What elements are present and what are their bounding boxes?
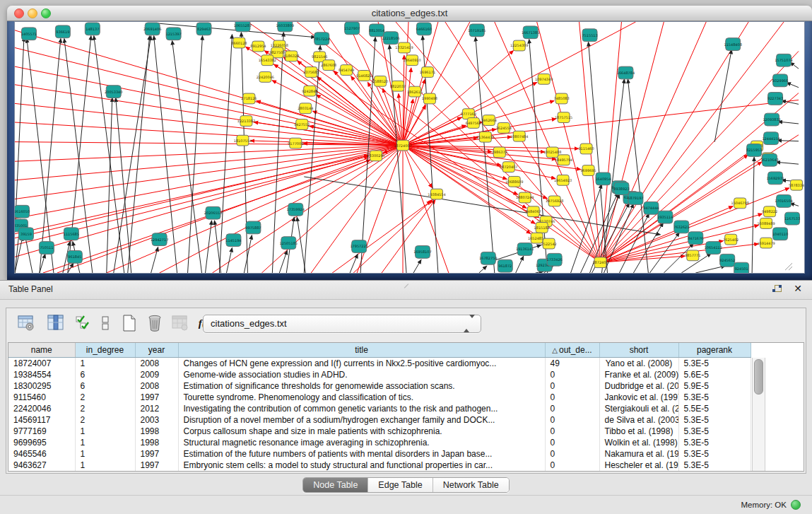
table-cell[interactable]: Changes of HCN gene expression and I(f) … bbox=[178, 358, 545, 370]
table-cell[interactable]: 0 bbox=[545, 426, 599, 437]
column-header-short[interactable]: short bbox=[599, 343, 678, 358]
panel-resize-grip[interactable] bbox=[404, 284, 409, 289]
table-cell[interactable]: 9463627 bbox=[8, 460, 75, 471]
table-cell[interactable]: 1 bbox=[75, 448, 135, 460]
table-cell[interactable]: 1997 bbox=[135, 460, 178, 471]
network-canvas[interactable]: 1872400718724001830029519384554866012889… bbox=[14, 21, 805, 274]
table-cell[interactable]: Hescheler et al. (1997) bbox=[599, 460, 678, 471]
table-cell[interactable]: Embryonic stem cells: a model to study s… bbox=[178, 460, 545, 471]
citation-network-graph[interactable]: 1872400718724001830029519384554866012889… bbox=[15, 22, 804, 273]
tab-network-table[interactable]: Network Table bbox=[433, 478, 509, 492]
table-cell[interactable]: 22420046 bbox=[8, 403, 75, 414]
table-cell[interactable]: 1 bbox=[75, 358, 135, 370]
delete-table-icon[interactable] bbox=[145, 313, 165, 333]
close-panel-icon[interactable]: ✕ bbox=[794, 283, 802, 294]
table-row[interactable]: 2242004622012Investigating the contribut… bbox=[8, 403, 751, 414]
table-cell[interactable]: Estimation of significance thresholds fo… bbox=[178, 380, 545, 392]
table-cell[interactable]: Yano et al. (2008) bbox=[599, 358, 678, 370]
table-vertical-scrollbar[interactable] bbox=[752, 358, 765, 471]
table-cell[interactable]: 1998 bbox=[135, 437, 178, 448]
table-cell[interactable]: 0 bbox=[545, 403, 599, 414]
table-cell[interactable]: 0 bbox=[545, 392, 599, 403]
table-cell[interactable]: 2008 bbox=[135, 358, 178, 370]
memory-ok-icon[interactable] bbox=[791, 500, 801, 510]
table-cell[interactable]: 5.6E-5 bbox=[678, 369, 751, 380]
table-cell[interactable]: Disruption of a novel member of a sodium… bbox=[178, 414, 545, 426]
table-cell[interactable]: Stergiakouli et al. (2012) bbox=[599, 403, 678, 414]
table-cell[interactable]: 0 bbox=[545, 437, 599, 448]
table-cell[interactable]: 0 bbox=[545, 369, 599, 380]
column-header-title[interactable]: title bbox=[178, 343, 545, 358]
table-row[interactable]: 1872400712008Changes of HCN gene express… bbox=[8, 358, 751, 370]
table-cell[interactable]: 14569117 bbox=[8, 414, 75, 426]
table-row[interactable]: 911546021997Tourette syndrome. Phenomeno… bbox=[8, 392, 751, 403]
table-row[interactable]: 969969511998Structural magnetic resonanc… bbox=[8, 437, 751, 448]
tab-node-table[interactable]: Node Table bbox=[303, 478, 368, 492]
select-column-icon[interactable] bbox=[46, 313, 66, 333]
row-height-icon[interactable] bbox=[95, 313, 115, 333]
table-cell[interactable]: 9777169 bbox=[8, 426, 75, 437]
table-cell[interactable]: 2 bbox=[75, 392, 135, 403]
table-cell[interactable]: Nakamura et al. (1997) bbox=[599, 448, 678, 460]
table-row[interactable]: 1830029562008Estimation of significance … bbox=[8, 380, 751, 392]
table-row[interactable]: 977716911998Corpus callosum shape and si… bbox=[8, 426, 751, 437]
column-header-in-degree[interactable]: in_degree bbox=[75, 343, 135, 358]
table-cell[interactable]: 9465546 bbox=[8, 448, 75, 460]
table-cell[interactable]: 9699695 bbox=[8, 437, 75, 448]
table-cell[interactable]: 0 bbox=[545, 448, 599, 460]
table-row[interactable]: 946362711997Embryonic stem cells: a mode… bbox=[8, 460, 751, 471]
table-selector-dropdown[interactable]: citations_edges.txt bbox=[203, 315, 481, 333]
table-cell[interactable]: Jankovic et al. (1997) bbox=[599, 392, 678, 403]
table-cell[interactable]: 2003 bbox=[135, 414, 178, 426]
table-cell[interactable]: 0 bbox=[545, 414, 599, 426]
table-cell[interactable]: 6 bbox=[75, 369, 135, 380]
table-cell[interactable]: 1997 bbox=[135, 448, 178, 460]
table-cell[interactable]: Wolkin et al. (1998) bbox=[599, 437, 678, 448]
table-cell[interactable]: 2009 bbox=[135, 369, 178, 380]
table-cell[interactable]: de Silva et al. (2003) bbox=[599, 414, 678, 426]
table-cell[interactable]: 5.3E-5 bbox=[678, 414, 751, 426]
table-cell[interactable]: 5.3E-5 bbox=[678, 392, 751, 403]
table-cell[interactable]: Structural magnetic resonance image aver… bbox=[178, 437, 545, 448]
table-cell[interactable]: 6 bbox=[75, 380, 135, 392]
scrollbar-thumb[interactable] bbox=[754, 359, 763, 395]
table-cell[interactable]: 2 bbox=[75, 403, 135, 414]
table-cell[interactable]: 5.3E-5 bbox=[678, 358, 751, 370]
column-header-pagerank[interactable]: pagerank bbox=[678, 343, 751, 358]
tab-edge-table[interactable]: Edge Table bbox=[368, 478, 433, 492]
table-cell[interactable]: 5.9E-5 bbox=[678, 380, 751, 392]
table-cell[interactable]: Investigating the contribution of common… bbox=[178, 403, 545, 414]
table-cell[interactable]: 2008 bbox=[135, 380, 178, 392]
column-header-out-degree[interactable]: △out_de... bbox=[545, 343, 599, 358]
table-cell[interactable]: 5.5E-5 bbox=[678, 403, 751, 414]
table-cell[interactable]: 0 bbox=[545, 380, 599, 392]
table-cell[interactable]: 1997 bbox=[135, 392, 178, 403]
table-cell[interactable]: Dudbridge et al. (2008) bbox=[599, 380, 678, 392]
table-cell[interactable]: 0 bbox=[545, 460, 599, 471]
window-titlebar[interactable]: citations_edges.txt bbox=[7, 6, 812, 21]
table-cell[interactable]: 1 bbox=[75, 437, 135, 448]
table-cell[interactable]: Genome-wide association studies in ADHD. bbox=[178, 369, 545, 380]
new-table-icon[interactable] bbox=[119, 313, 139, 333]
table-row[interactable]: 1456911722003Disruption of a novel membe… bbox=[8, 414, 751, 426]
table-row[interactable]: 946554611997Estimation of the future num… bbox=[8, 448, 751, 460]
table-cell[interactable]: Tourette syndrome. Phenomenology and cla… bbox=[178, 392, 545, 403]
table-cell[interactable]: 49 bbox=[545, 358, 599, 370]
table-cell[interactable]: 1 bbox=[75, 460, 135, 471]
table-cell[interactable]: 19384554 bbox=[8, 369, 75, 380]
table-cell[interactable]: Franke et al. (2009) bbox=[599, 369, 678, 380]
table-cell[interactable]: 5.3E-5 bbox=[678, 460, 751, 471]
table-cell[interactable]: 18724007 bbox=[8, 358, 75, 370]
table-cell[interactable]: Estimation of the future numbers of pati… bbox=[178, 448, 545, 460]
table-cell[interactable]: 1998 bbox=[135, 426, 178, 437]
table-cell[interactable]: 5.3E-5 bbox=[678, 448, 751, 460]
table-cell[interactable]: 9115460 bbox=[8, 392, 75, 403]
table-cell[interactable]: 5.3E-5 bbox=[678, 437, 751, 448]
show-columns-icon[interactable] bbox=[74, 313, 94, 333]
table-settings-icon[interactable] bbox=[16, 313, 36, 333]
float-panel-icon[interactable] bbox=[772, 285, 782, 294]
table-cell[interactable]: 5.3E-5 bbox=[678, 426, 751, 437]
column-header-year[interactable]: year bbox=[135, 343, 178, 358]
column-header-name[interactable]: name bbox=[8, 343, 75, 358]
table-cell[interactable]: 2 bbox=[75, 414, 135, 426]
